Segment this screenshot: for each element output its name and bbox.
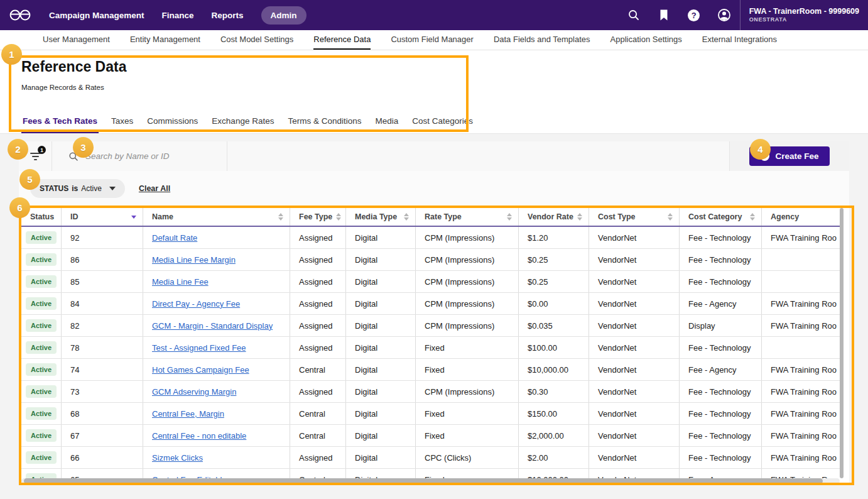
column-header-cost-category[interactable]: Cost Category: [680, 208, 762, 226]
fee-name-link[interactable]: Default Rate: [152, 233, 197, 243]
sort-desc-icon[interactable]: [131, 216, 136, 219]
fee-type-cell: Central: [290, 425, 346, 446]
column-header-id[interactable]: ID: [62, 208, 143, 226]
status-badge: Active: [26, 473, 57, 478]
tab-cost-categories[interactable]: Cost Categories: [411, 111, 474, 133]
brand-logo-icon[interactable]: [9, 8, 31, 23]
cost-category-cell: Fee - Technology: [680, 403, 762, 424]
vertical-scrollbar[interactable]: [840, 208, 844, 478]
vendor-rate-cell: $0.25: [519, 249, 589, 270]
status-filter-chip[interactable]: STATUS is Active: [30, 179, 125, 198]
column-header-rate-type[interactable]: Rate Type: [416, 208, 519, 226]
status-badge: Active: [26, 385, 57, 398]
rate-type-cell: CPC (Clicks): [416, 447, 519, 468]
cost-type-cell: VendorNet: [589, 315, 680, 336]
tab-media[interactable]: Media: [374, 111, 399, 133]
column-header-cost-type[interactable]: Cost Type: [589, 208, 680, 226]
media-type-cell: Digital: [346, 359, 416, 380]
cost-category-cell: Fee - Technology: [680, 271, 762, 292]
sort-icon[interactable]: [336, 213, 341, 221]
vendor-rate-cell: $2.00: [519, 447, 589, 468]
tab-fees-tech-rates[interactable]: Fees & Tech Rates: [21, 111, 99, 133]
tab-terms-conditions[interactable]: Terms & Conditions: [286, 111, 362, 133]
fee-name-link[interactable]: Media Line Fee Margin: [152, 255, 236, 265]
sort-icon[interactable]: [507, 213, 512, 221]
adminnav-external-integrations[interactable]: External Integrations: [702, 30, 777, 50]
search-icon[interactable]: [627, 8, 641, 22]
account-switcher[interactable]: FWA - TrainerRoom - 9999609 ONESTRATA: [741, 7, 868, 24]
status-badge: Active: [26, 275, 57, 288]
nav-campaign-management[interactable]: Campaign Management: [49, 11, 144, 20]
page-header: Reference Data Manage Records & Rates Fe…: [0, 51, 868, 134]
horizontal-scrollbar[interactable]: [24, 478, 823, 484]
fee-name-link[interactable]: Hot Games Campaign Fee: [152, 365, 249, 375]
sort-icon[interactable]: [668, 213, 673, 221]
media-type-cell: Digital: [346, 447, 416, 468]
fee-name-link[interactable]: Central Fee, Margin: [152, 409, 224, 419]
sort-icon[interactable]: [577, 213, 582, 221]
tab-exchange-rates[interactable]: Exchange Rates: [210, 111, 275, 133]
cost-type-cell: VendorNet: [589, 293, 680, 314]
fee-type-cell: Central: [290, 359, 346, 380]
sort-icon[interactable]: [750, 213, 755, 221]
status-cell: Active: [21, 337, 62, 358]
adminnav-reference-data[interactable]: Reference Data: [313, 30, 371, 50]
fee-name-link[interactable]: Media Line Fee: [152, 277, 209, 287]
account-name: FWA - TrainerRoom - 9999609: [749, 7, 859, 17]
adminnav-data-fields-templates[interactable]: Data Fields and Templates: [494, 30, 590, 50]
adminnav-application-settings[interactable]: Application Settings: [610, 30, 682, 50]
help-icon[interactable]: [687, 8, 701, 22]
fee-name-link[interactable]: Test - Assigned Fixed Fee: [152, 343, 246, 353]
status-cell: Active: [21, 359, 62, 380]
adminnav-user-management[interactable]: User Management: [43, 30, 110, 50]
clear-all-link[interactable]: Clear All: [139, 184, 170, 193]
profile-icon[interactable]: [717, 8, 731, 22]
agency-cell: [762, 337, 840, 358]
name-cell: Direct Pay - Agency Fee: [143, 293, 290, 314]
table-row: Active65Central Fee EditableCentralDigit…: [21, 469, 840, 478]
search-input[interactable]: [85, 151, 224, 161]
filter-count-badge: 1: [38, 146, 46, 154]
cost-category-cell: Fee - Agency: [680, 293, 762, 314]
rate-type-cell: CPM (Impressions): [416, 249, 519, 270]
page-title: Reference Data: [21, 58, 126, 75]
column-header-name[interactable]: Name: [143, 208, 290, 226]
callout-5: 5: [19, 169, 40, 190]
fee-name-link[interactable]: Central Fee - non editable: [152, 431, 246, 441]
column-label: Media Type: [355, 212, 397, 221]
column-header-vendor-rate[interactable]: Vendor Rate: [519, 208, 589, 226]
media-type-cell: Digital: [346, 271, 416, 292]
bookmark-icon[interactable]: [657, 8, 671, 22]
nav-finance[interactable]: Finance: [162, 11, 194, 20]
filter-icon: [30, 153, 41, 160]
status-cell: Active: [21, 315, 62, 336]
name-cell: Central Fee Editable: [143, 469, 290, 478]
active-filters-row: STATUS is Active Clear All: [19, 171, 849, 206]
nav-admin[interactable]: Admin: [261, 6, 307, 25]
adminnav-entity-management[interactable]: Entity Management: [130, 30, 200, 50]
tab-taxes[interactable]: Taxes: [110, 111, 134, 133]
column-header-media-type[interactable]: Media Type: [346, 208, 416, 226]
fee-name-link[interactable]: Direct Pay - Agency Fee: [152, 299, 240, 309]
fee-name-link[interactable]: Sizmek Clicks: [152, 453, 203, 463]
nav-reports[interactable]: Reports: [212, 11, 244, 20]
table-row: Active68Central Fee, MarginCentralDigita…: [21, 403, 840, 425]
page-subtitle: Manage Records & Rates: [21, 84, 104, 91]
fee-name-link[interactable]: GCM Adserving Margin: [152, 387, 236, 397]
cost-type-cell: VendorNet: [589, 337, 680, 358]
tab-commissions[interactable]: Commissions: [146, 111, 199, 133]
sort-icon[interactable]: [404, 213, 409, 221]
cost-type-cell: VendorNet: [589, 425, 680, 446]
vendor-rate-cell: $0.30: [519, 381, 589, 402]
rate-type-cell: CPM (Impressions): [416, 271, 519, 292]
sort-icon[interactable]: [278, 213, 283, 221]
media-type-cell: Digital: [346, 337, 416, 358]
fee-type-cell: Assigned: [290, 249, 346, 270]
fee-name-link[interactable]: GCM - Margin - Standard Display: [152, 321, 273, 331]
adminnav-custom-field-manager[interactable]: Custom Field Manager: [391, 30, 474, 50]
adminnav-cost-model-settings[interactable]: Cost Model Settings: [220, 30, 293, 50]
callout-1: 1: [1, 44, 22, 65]
column-header-fee-type[interactable]: Fee Type: [290, 208, 346, 226]
vendor-rate-cell: $2,000.00: [519, 425, 589, 446]
status-cell: Active: [21, 249, 62, 270]
